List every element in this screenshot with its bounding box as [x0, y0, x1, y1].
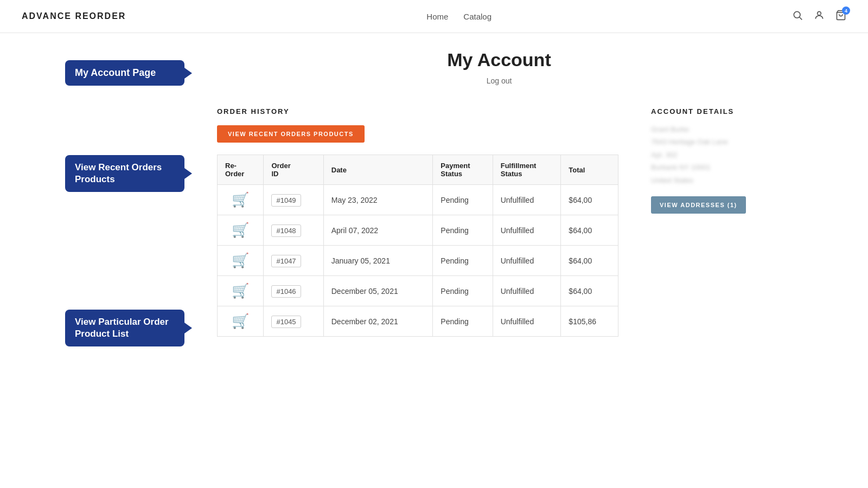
- table-header-row: Re-Order OrderID Date PaymentStatus Fulf…: [218, 155, 618, 185]
- address-line1: Grant Burke: [651, 123, 781, 136]
- main-nav: Home Catalog: [426, 12, 492, 21]
- view-addresses-button[interactable]: VIEW ADDRESSES (1): [651, 196, 746, 214]
- payment-status-cell: Pending: [433, 185, 493, 215]
- order-id-badge[interactable]: #1045: [271, 316, 301, 328]
- reorder-cart-icon[interactable]: 🛒: [232, 191, 249, 208]
- orders-section: ORDER HISTORY VIEW RECENT ORDERS PRODUCT…: [217, 107, 618, 337]
- fulfillment-status-cell: Unfulfilled: [493, 246, 561, 276]
- order-id-badge[interactable]: #1046: [271, 285, 301, 298]
- page-title-section: My Account Log out: [217, 49, 781, 86]
- reorder-cart-icon[interactable]: 🛒: [232, 313, 249, 329]
- reorder-cell[interactable]: 🛒: [218, 185, 264, 215]
- address-line5: United States: [651, 174, 781, 187]
- table-row: 🛒 #1047 January 05, 2021 Pending Unfulfi…: [218, 246, 618, 276]
- address-line3: Apt. 302: [651, 149, 781, 161]
- fulfillment-status-cell: Unfulfilled: [493, 215, 561, 246]
- total-cell: $64,00: [561, 215, 618, 246]
- payment-status-cell: Pending: [433, 276, 493, 306]
- fulfillment-status-cell: Unfulfilled: [493, 185, 561, 215]
- svg-line-1: [800, 17, 802, 20]
- svg-point-0: [794, 11, 800, 18]
- account-address: Grant Burke 7643 Heritage Oak Lane Apt. …: [651, 123, 781, 187]
- header-icons: 4: [792, 10, 846, 23]
- table-header: Re-Order OrderID Date PaymentStatus Fulf…: [218, 155, 618, 185]
- order-id-cell: #1048: [264, 215, 323, 246]
- th-payment-status: PaymentStatus: [433, 155, 493, 185]
- site-logo: ADVANCE REORDER: [22, 11, 126, 21]
- table-body: 🛒 #1049 May 23, 2022 Pending Unfulfilled…: [218, 185, 618, 337]
- my-account-page-label: My Account Page: [65, 60, 184, 86]
- date-cell: January 05, 2021: [323, 246, 433, 276]
- order-id-cell: #1046: [264, 276, 323, 306]
- nav-catalog[interactable]: Catalog: [463, 12, 492, 21]
- order-id-cell: #1047: [264, 246, 323, 276]
- date-cell: December 02, 2021: [323, 306, 433, 337]
- total-cell: $64,00: [561, 185, 618, 215]
- reorder-cell[interactable]: 🛒: [218, 276, 264, 306]
- main-content: My Account Log out ORDER HISTORY VIEW RE…: [195, 33, 803, 413]
- th-order-id: OrderID: [264, 155, 323, 185]
- annotations-panel: My Account Page View Recent Orders Produ…: [65, 33, 195, 413]
- reorder-cart-icon[interactable]: 🛒: [232, 222, 249, 238]
- site-header: ADVANCE REORDER Home Catalog 4: [0, 0, 868, 33]
- cart-badge: 4: [842, 7, 850, 15]
- date-cell: December 05, 2021: [323, 276, 433, 306]
- order-id-badge[interactable]: #1049: [271, 194, 301, 207]
- page-wrapper: My Account Page View Recent Orders Produ…: [54, 33, 814, 413]
- th-total: Total: [561, 155, 618, 185]
- payment-status-cell: Pending: [433, 306, 493, 337]
- content-columns: ORDER HISTORY VIEW RECENT ORDERS PRODUCT…: [217, 107, 781, 337]
- account-details-title: ACCOUNT DETAILS: [651, 107, 781, 115]
- account-details-section: ACCOUNT DETAILS Grant Burke 7643 Heritag…: [651, 107, 781, 214]
- logout-link[interactable]: Log out: [487, 76, 512, 85]
- search-icon[interactable]: [792, 10, 803, 23]
- reorder-cart-icon[interactable]: 🛒: [232, 252, 249, 268]
- account-icon[interactable]: [814, 10, 825, 23]
- payment-status-cell: Pending: [433, 215, 493, 246]
- total-cell: $64,00: [561, 246, 618, 276]
- order-history-title: ORDER HISTORY: [217, 107, 618, 115]
- table-row: 🛒 #1046 December 05, 2021 Pending Unfulf…: [218, 276, 618, 306]
- reorder-cell[interactable]: 🛒: [218, 215, 264, 246]
- th-fulfillment-status: FulfillmentStatus: [493, 155, 561, 185]
- th-date: Date: [323, 155, 433, 185]
- date-cell: May 23, 2022: [323, 185, 433, 215]
- fulfillment-status-cell: Unfulfilled: [493, 276, 561, 306]
- total-cell: $105,86: [561, 306, 618, 337]
- address-line4: Burbank NY 10001: [651, 161, 781, 174]
- order-id-badge[interactable]: #1048: [271, 224, 301, 237]
- order-id-cell: #1049: [264, 185, 323, 215]
- fulfillment-status-cell: Unfulfilled: [493, 306, 561, 337]
- reorder-cart-icon[interactable]: 🛒: [232, 282, 249, 299]
- payment-status-cell: Pending: [433, 246, 493, 276]
- orders-table: Re-Order OrderID Date PaymentStatus Fulf…: [217, 155, 618, 337]
- total-cell: $64,00: [561, 276, 618, 306]
- order-id-badge[interactable]: #1047: [271, 255, 301, 267]
- address-line2: 7643 Heritage Oak Lane: [651, 136, 781, 148]
- reorder-cell[interactable]: 🛒: [218, 246, 264, 276]
- svg-point-2: [818, 11, 821, 15]
- table-row: 🛒 #1045 December 02, 2021 Pending Unfulf…: [218, 306, 618, 337]
- view-recent-orders-button[interactable]: VIEW RECENT ORDERS PRODUCTS: [217, 125, 365, 143]
- reorder-cell[interactable]: 🛒: [218, 306, 264, 337]
- nav-home[interactable]: Home: [426, 12, 448, 21]
- th-reorder: Re-Order: [218, 155, 264, 185]
- view-recent-orders-label: View Recent Orders Products: [65, 155, 184, 192]
- cart-icon[interactable]: 4: [835, 10, 846, 23]
- order-id-cell: #1045: [264, 306, 323, 337]
- table-row: 🛒 #1049 May 23, 2022 Pending Unfulfilled…: [218, 185, 618, 215]
- table-row: 🛒 #1048 April 07, 2022 Pending Unfulfill…: [218, 215, 618, 246]
- date-cell: April 07, 2022: [323, 215, 433, 246]
- view-particular-order-label: View Particular Order Product List: [65, 310, 184, 346]
- page-title: My Account: [217, 49, 781, 70]
